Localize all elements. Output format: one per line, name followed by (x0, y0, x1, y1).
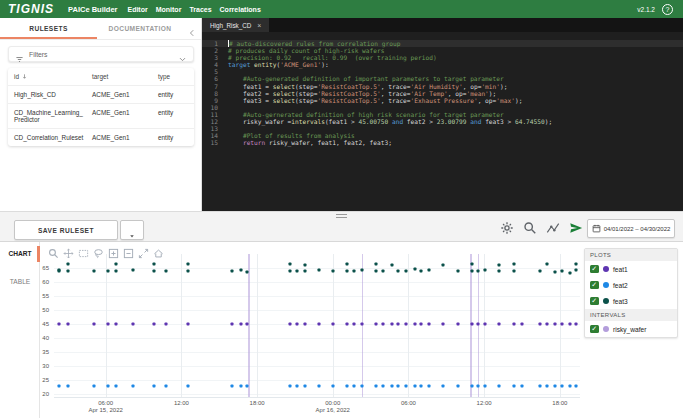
settings-icon[interactable] (500, 221, 514, 235)
chevron-down-icon[interactable] (178, 50, 187, 59)
x-axis-tick-label: 06:00 (401, 400, 416, 407)
checkbox-checked-icon[interactable]: ✓ (590, 281, 599, 290)
data-point-feat3 (397, 269, 400, 272)
data-point-feat2 (304, 384, 307, 387)
run-icon[interactable] (569, 221, 583, 235)
date-range-picker[interactable]: 04/01/2022 – 04/30/2022 (587, 219, 675, 238)
data-point-feat1 (397, 323, 400, 326)
tab-documentation[interactable]: DOCUMENTATION (97, 25, 183, 32)
series-color-dot (603, 266, 610, 273)
data-point-feat3 (331, 269, 334, 272)
data-point-feat2 (476, 384, 479, 387)
table-row[interactable]: High_Risk_CDACME_Gen1entity (8, 85, 194, 103)
calendar-icon (592, 224, 601, 233)
tab-table[interactable]: TABLE (0, 278, 40, 285)
x-axis-tick-label: 00:00Apr 16, 2022 (316, 400, 350, 414)
line-number: 3 (202, 54, 218, 61)
code-token: 'min' (481, 83, 500, 90)
code-editor[interactable]: High_Risk_CD × 1# auto-discovered rules … (202, 18, 683, 211)
data-point-feat1 (186, 323, 189, 326)
nav-item-monitor[interactable]: Monitor (156, 6, 182, 13)
help-icon[interactable]: ? (662, 4, 673, 15)
data-point-feat2 (152, 384, 155, 387)
line-number: 11 (202, 111, 218, 118)
y-axis-tick-label: 65 (42, 265, 49, 271)
data-point-feat1 (476, 323, 479, 326)
data-point-feat3 (484, 268, 487, 271)
code-line[interactable]: 12 risky_wafer =intervals(feat1 > 45.007… (202, 118, 683, 125)
code-line[interactable]: 7 feat1 = select(step='ResistCoatTop.5',… (202, 83, 683, 90)
legend-item-feat1[interactable]: ✓feat1 (585, 261, 677, 277)
chart-tab-indicator (37, 246, 40, 262)
data-point-feat3 (317, 268, 320, 271)
data-point-feat1 (93, 323, 96, 326)
code-token: select (273, 83, 295, 90)
data-point-feat3 (245, 270, 248, 273)
code-token: , op= (463, 83, 482, 90)
data-point-feat2 (575, 384, 578, 387)
data-point-feat1 (230, 323, 233, 326)
data-point-feat2 (186, 384, 189, 387)
y-axis-tick-label: 25 (42, 377, 49, 383)
code-line[interactable]: 11 #Auto-gernerated definition of high r… (202, 111, 683, 118)
data-point-feat3 (296, 269, 299, 272)
close-tab-icon[interactable]: × (257, 22, 261, 29)
checkbox-checked-icon[interactable]: ✓ (590, 265, 599, 274)
filters-bar[interactable]: Filters (8, 46, 194, 62)
data-point-feat2 (296, 384, 299, 387)
code-line[interactable]: 4target entity('ACME_Gen1'): (202, 61, 683, 68)
code-line[interactable]: 1# auto-discovered rules from correlatio… (202, 40, 683, 47)
editor-tab-high-risk-cd[interactable]: High_Risk_CD × (202, 18, 269, 32)
sort-descending-icon[interactable] (21, 73, 28, 80)
checkbox-checked-icon[interactable]: ✓ (590, 325, 599, 334)
column-id[interactable]: id (14, 73, 92, 80)
results-tabs: CHART TABLE (0, 242, 40, 418)
code-line[interactable]: 5 (202, 68, 683, 75)
nav-item-traces[interactable]: Traces (189, 6, 211, 13)
collapse-panel-icon[interactable] (187, 24, 197, 34)
code-line[interactable]: 9 feat3 = select(step='ResistCoatTop.5',… (202, 97, 683, 104)
column-type[interactable]: type (158, 73, 194, 80)
legend-item-risky_wafer[interactable]: ✓risky_wafer (585, 321, 677, 337)
save-dropdown-button[interactable] (120, 220, 144, 240)
data-point-feat3 (498, 263, 501, 266)
splitter-drag-handle[interactable] (336, 214, 347, 218)
data-point-feat2 (245, 384, 248, 387)
tab-chart[interactable]: CHART (0, 250, 40, 257)
legend-item-feat2[interactable]: ✓feat2 (585, 277, 677, 293)
code-token: #Auto-generated definition of important … (243, 75, 504, 82)
code-line[interactable]: 14 #Plot of results from analysis (202, 132, 683, 139)
code-line[interactable]: 2# produces daily count of high-risk waf… (202, 47, 683, 54)
traces-icon[interactable] (546, 221, 560, 235)
code-line[interactable]: 8 feat2 = select(step='ResistCoatTop.5',… (202, 90, 683, 97)
search-icon[interactable] (523, 221, 537, 235)
code-line[interactable]: 10 (202, 104, 683, 111)
table-row[interactable]: CD_Machine_Learning_PredictorACME_Gen1en… (8, 103, 194, 128)
active-tab-indicator (0, 37, 97, 39)
code-line[interactable]: 13 (202, 125, 683, 132)
line-number: 5 (202, 68, 218, 75)
checkbox-checked-icon[interactable]: ✓ (590, 297, 599, 306)
column-target[interactable]: target (92, 73, 158, 80)
plot-area[interactable]: 2025303540455055606506:00Apr 15, 202212:… (54, 254, 580, 398)
nav-item-correlations[interactable]: Correlations (220, 6, 261, 13)
v-gridline (181, 254, 182, 397)
code-line[interactable]: 6 #Auto-generated definition of importan… (202, 75, 683, 82)
nav-item-editor[interactable]: Editor (127, 6, 147, 13)
table-row[interactable]: CD_Correlation_RulesetACME_Gen1entity (8, 128, 194, 146)
save-ruleset-button[interactable]: SAVE RULESET (14, 220, 118, 240)
data-point-feat3 (575, 263, 578, 266)
code-token: 'max' (496, 97, 515, 104)
tab-rulesets[interactable]: RULESETS (0, 25, 97, 32)
data-point-feat2 (397, 384, 400, 387)
code-line[interactable]: 15 return risky_wafer, feat1, feat2, fea… (202, 139, 683, 146)
data-point-feat1 (239, 323, 242, 326)
legend-label: feat3 (613, 298, 628, 305)
code-area[interactable]: 1# auto-discovered rules from correlatio… (202, 32, 683, 146)
data-point-feat3 (288, 263, 291, 266)
code-line[interactable]: 3# precision: 0.92 recall: 0.99 (over tr… (202, 54, 683, 61)
code-token (228, 75, 243, 82)
data-point-feat2 (391, 384, 394, 387)
legend-item-feat3[interactable]: ✓feat3 (585, 293, 677, 309)
data-point-feat3 (165, 269, 168, 272)
